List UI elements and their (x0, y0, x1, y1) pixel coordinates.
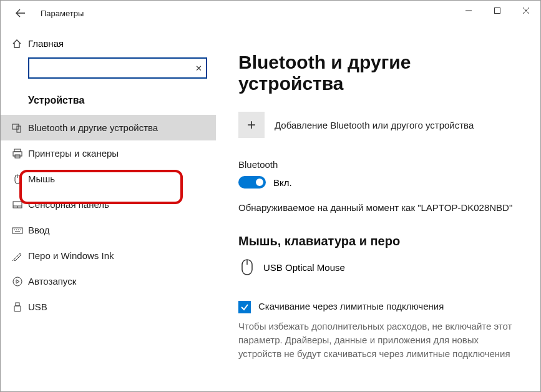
search-clear-icon[interactable]: ✕ (195, 64, 202, 73)
devices-icon (12, 122, 23, 134)
device-name: USB Optical Mouse (263, 262, 345, 273)
usb-icon (12, 301, 23, 313)
svg-point-20 (13, 277, 22, 286)
svg-rect-1 (495, 8, 500, 14)
sidebar-item-label: Ввод (28, 225, 50, 235)
bluetooth-toggle[interactable] (238, 176, 266, 189)
printer-icon (12, 148, 23, 159)
bluetooth-label: Bluetooth (238, 159, 518, 170)
check-icon (240, 303, 249, 311)
sidebar-item-label: Мышь (28, 174, 55, 184)
sidebar-home-label: Главная (28, 38, 64, 49)
close-button[interactable] (512, 1, 540, 21)
home-icon (12, 39, 22, 49)
main-content: Bluetooth и другие устройства + Добавлен… (216, 26, 540, 391)
toggle-state-label: Вкл. (273, 177, 292, 188)
maximize-button[interactable] (483, 1, 512, 21)
back-button[interactable] (11, 3, 31, 23)
svg-rect-6 (14, 149, 21, 152)
sidebar-item-label: Bluetooth и другие устройства (28, 122, 158, 133)
search-input[interactable] (28, 57, 207, 79)
page-title: Bluetooth и другие устройства (238, 52, 518, 94)
sidebar-item-bluetooth[interactable]: Bluetooth и другие устройства (1, 115, 216, 140)
metered-checkbox[interactable] (238, 301, 251, 313)
svg-rect-4 (12, 124, 19, 129)
pen-icon (12, 250, 23, 262)
device-row[interactable]: USB Optical Mouse (238, 258, 518, 276)
section-mouse-heading: Мышь, клавиатура и перо (238, 234, 518, 248)
svg-rect-7 (13, 152, 22, 156)
sidebar-item-label: Перо и Windows Ink (28, 250, 114, 261)
sidebar-item-typing[interactable]: Ввод (1, 217, 216, 243)
mouse-icon (12, 174, 23, 185)
sidebar-item-label: USB (28, 301, 47, 312)
sidebar-item-mouse[interactable]: Мышь (1, 166, 216, 192)
keyboard-icon (12, 225, 23, 236)
sidebar-item-label: Сенсорная панель (28, 199, 109, 210)
sidebar-item-pen[interactable]: Перо и Windows Ink (1, 243, 216, 268)
sidebar: Главная ✕ Устройства Bluetooth и другие … (1, 26, 216, 391)
svg-rect-21 (16, 303, 19, 306)
plus-icon: + (238, 112, 265, 138)
sidebar-item-autoplay[interactable]: Автозапуск (1, 268, 216, 294)
toggle-knob (256, 179, 263, 186)
metered-description: Чтобы избежать дополнительных расходов, … (238, 320, 518, 360)
sidebar-item-printers[interactable]: Принтеры и сканеры (1, 140, 216, 166)
arrow-left-icon (16, 8, 26, 18)
discoverable-text: Обнаруживаемое на данный момент как "LAP… (238, 202, 518, 213)
touchpad-icon (12, 199, 23, 210)
window-title: Параметры (41, 9, 84, 18)
sidebar-item-label: Автозапуск (28, 276, 76, 287)
add-device-button[interactable]: + Добавление Bluetooth или другого устро… (238, 112, 518, 138)
sidebar-home[interactable]: Главная (1, 33, 216, 57)
sidebar-section-header: Устройства (1, 90, 216, 115)
mouse-device-icon (238, 258, 256, 276)
add-device-label: Добавление Bluetooth или другого устройс… (275, 120, 474, 130)
sidebar-item-usb[interactable]: USB (1, 294, 216, 320)
sidebar-item-touchpad[interactable]: Сенсорная панель (1, 192, 216, 217)
svg-rect-14 (12, 228, 22, 233)
autoplay-icon (12, 276, 23, 287)
sidebar-item-label: Принтеры и сканеры (28, 148, 119, 159)
minimize-button[interactable] (454, 1, 483, 21)
svg-rect-22 (14, 306, 21, 311)
metered-label: Скачивание через лимитные подключения (258, 301, 444, 311)
